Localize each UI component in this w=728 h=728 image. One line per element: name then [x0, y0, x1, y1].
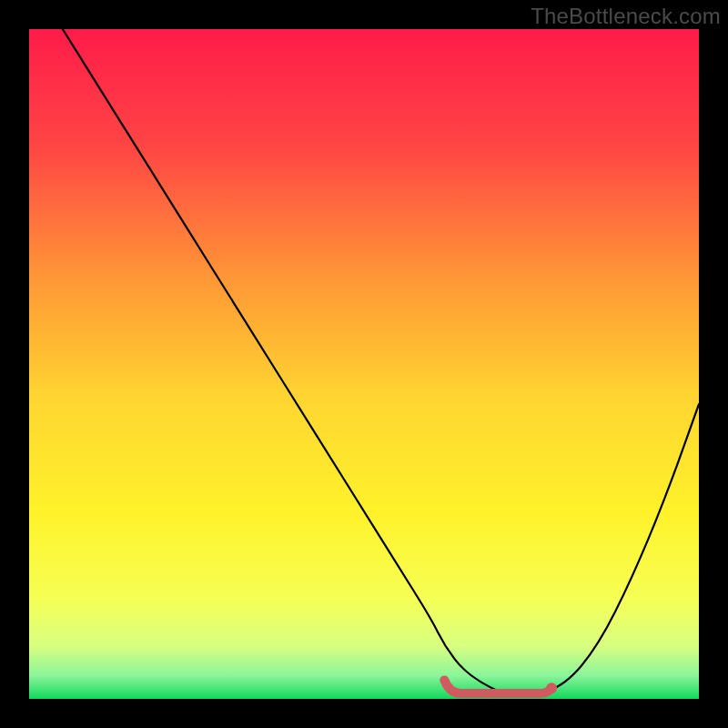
chart-frame: TheBottleneck.com	[0, 0, 728, 728]
curve-layer	[29, 29, 699, 699]
watermark-text: TheBottleneck.com	[531, 4, 721, 29]
optimal-point-dot	[546, 682, 557, 693]
optimal-range-marker	[444, 680, 551, 693]
plot-area	[29, 29, 699, 699]
bottleneck-curve	[63, 29, 699, 695]
